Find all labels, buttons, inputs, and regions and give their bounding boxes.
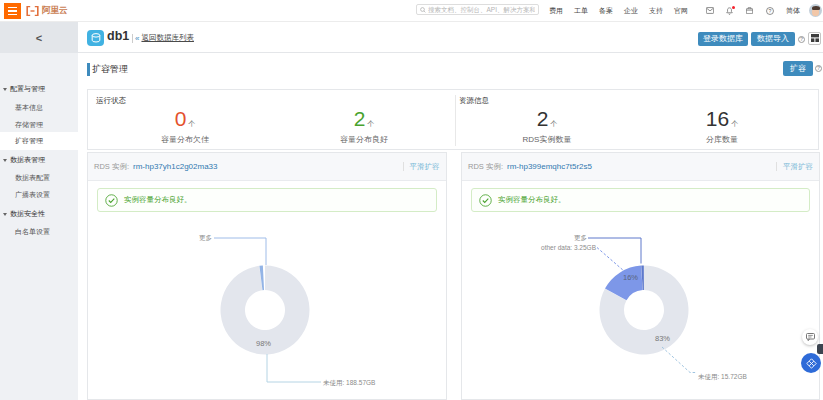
- chart-label-unused: 未使用: 15.72GB: [698, 373, 747, 381]
- database-icon: [87, 30, 104, 46]
- cube-icon: [806, 358, 817, 369]
- aliyun-logo-mark: [26, 6, 39, 16]
- chevron-down-icon: [3, 88, 7, 91]
- chart-label-other-data: other data: 3.25GB: [476, 244, 596, 252]
- rds-instance-card: RDS 实例: rm-hp399emqhc7t5r2s5 平滑扩容 实例容量分布…: [461, 152, 820, 400]
- stat-shard-count: 16个 分库数量: [662, 108, 782, 145]
- chart-label-more: 更多: [132, 234, 212, 242]
- stat-capacity-poor: 0个 容量分布欠佳: [125, 108, 245, 145]
- header-separator: [132, 34, 133, 43]
- sidebar-item-expansion-mgmt[interactable]: 扩容管理: [0, 132, 78, 150]
- chevron-down-icon: [3, 159, 7, 162]
- sidebar-item-broadcast-table[interactable]: 广播表设置: [0, 186, 78, 204]
- chart-label-pct: 83%: [655, 334, 670, 343]
- hamburger-menu-icon[interactable]: [4, 3, 21, 19]
- top-bar: 阿里云 费用 工单 备案 企业 支持 官网 ?: [0, 0, 823, 22]
- notification-dot: [732, 6, 735, 9]
- side-tab[interactable]: [817, 344, 823, 354]
- hamburger-bar: [8, 7, 17, 9]
- stat-rds-count: 2个 RDS实例数量: [487, 108, 607, 145]
- nav-support[interactable]: 支持: [649, 6, 663, 16]
- stat-value: 16: [706, 107, 729, 130]
- sidebar-item-table-config[interactable]: 数据表配置: [0, 169, 78, 187]
- sidebar-group-data-security[interactable]: 数据安全性: [0, 205, 78, 223]
- sidebar-item-label: 白名单设置: [15, 227, 50, 237]
- hamburger-bar: [8, 10, 17, 12]
- back-to-db-list-link[interactable]: « 返回数据库列表: [135, 33, 194, 43]
- layout-grid-button[interactable]: [808, 32, 821, 45]
- stat-value-row: 2个: [487, 108, 607, 130]
- svg-text:?: ?: [768, 7, 771, 13]
- sidebar: < 配置与管理 基本信息 存储管理 扩容管理 数据表管理 数据表配置 广播表设置…: [0, 22, 78, 400]
- nav-enterprise[interactable]: 企业: [624, 6, 638, 16]
- sidebar-item-whitelist[interactable]: 白名单设置: [0, 223, 78, 241]
- alert-text: 实例容量分布良好。: [124, 195, 192, 205]
- avatar[interactable]: [809, 4, 822, 17]
- instance-id-link[interactable]: rm-hp399emqhc7t5r2s5: [507, 162, 592, 171]
- language-selector[interactable]: 简体: [786, 0, 800, 21]
- instance-label: RDS 实例:: [468, 162, 503, 172]
- aliyun-logo[interactable]: 阿里云: [26, 0, 68, 21]
- mail-icon[interactable]: [705, 6, 714, 16]
- stat-value: 2: [537, 107, 549, 130]
- instance-label: RDS 实例:: [94, 162, 129, 172]
- title-help-icon[interactable]: ?: [815, 65, 822, 72]
- stat-unit: 个: [731, 120, 738, 127]
- smooth-expand-link[interactable]: 平滑扩容: [783, 162, 813, 172]
- nav-website[interactable]: 官网: [674, 6, 688, 16]
- sidebar-group-label: 配置与管理: [10, 84, 45, 94]
- sidebar-item-label: 存储管理: [15, 120, 43, 130]
- chart-label-pct-blue: 16%: [623, 273, 638, 282]
- expand-button[interactable]: 扩容: [783, 61, 813, 76]
- chart-label-more: 更多: [507, 234, 587, 242]
- feedback-chat-button[interactable]: [802, 329, 818, 345]
- stat-value: 0: [175, 107, 187, 130]
- capacity-donut-chart: [205, 250, 325, 370]
- page-header: db1 « 返回数据库列表 登录数据库 数据导入 ?: [78, 22, 823, 53]
- assistant-button[interactable]: [801, 353, 821, 373]
- bell-icon[interactable]: [725, 6, 734, 16]
- top-nav: 费用 工单 备案 企业 支持 官网: [549, 0, 688, 21]
- nav-icp[interactable]: 备案: [599, 6, 613, 16]
- smooth-expand-link[interactable]: 平滑扩容: [410, 162, 440, 172]
- aliyun-logo-text: 阿里云: [42, 5, 68, 17]
- panel-divider: [455, 95, 456, 146]
- data-import-button[interactable]: 数据导入: [751, 32, 795, 46]
- back-icon: «: [135, 34, 139, 43]
- header-help-icon[interactable]: ?: [798, 36, 805, 43]
- panel-header-resource-info: 资源信息: [459, 96, 489, 106]
- login-database-button[interactable]: 登录数据库: [698, 32, 748, 46]
- stat-unit: 个: [550, 120, 557, 127]
- page-title: 扩容管理: [92, 64, 128, 75]
- sidebar-group-config[interactable]: 配置与管理: [0, 80, 78, 98]
- chevron-down-icon: [3, 213, 7, 216]
- stat-value-row: 16个: [662, 108, 782, 130]
- header-separator: [403, 162, 404, 171]
- check-circle-icon: [479, 194, 492, 207]
- card-header: RDS 实例: rm-hp37yh1c2g02ma33 平滑扩容: [88, 153, 446, 181]
- title-accent-bar: [87, 63, 90, 76]
- top-icons: ?: [705, 0, 774, 21]
- stat-capacity-good: 2个 容量分布良好: [304, 108, 424, 145]
- db-title: db1: [107, 29, 129, 43]
- app-box-icon[interactable]: [745, 6, 754, 16]
- nav-tickets[interactable]: 工单: [574, 6, 588, 16]
- sidebar-item-basic-info[interactable]: 基本信息: [0, 99, 78, 117]
- sidebar-item-label: 扩容管理: [15, 136, 43, 146]
- panel-header-run-status: 运行状态: [96, 96, 126, 106]
- help-icon[interactable]: ?: [765, 6, 774, 16]
- search-input[interactable]: [428, 6, 535, 13]
- sidebar-item-label: 数据表配置: [15, 173, 50, 183]
- rds-instance-card: RDS 实例: rm-hp37yh1c2g02ma33 平滑扩容 实例容量分布良…: [87, 152, 447, 400]
- chat-icon: [806, 333, 815, 341]
- success-alert: 实例容量分布良好。: [471, 188, 810, 212]
- capacity-donut-chart: [584, 250, 704, 370]
- nav-billing[interactable]: 费用: [549, 6, 563, 16]
- global-search[interactable]: [416, 4, 539, 15]
- sidebar-collapse-button[interactable]: <: [0, 22, 78, 53]
- stat-unit: 个: [367, 120, 374, 127]
- stat-value-row: 0个: [125, 108, 245, 130]
- instance-id-link[interactable]: rm-hp37yh1c2g02ma33: [133, 162, 218, 171]
- sidebar-group-table-mgmt[interactable]: 数据表管理: [0, 151, 78, 169]
- grid-icon: [811, 34, 819, 42]
